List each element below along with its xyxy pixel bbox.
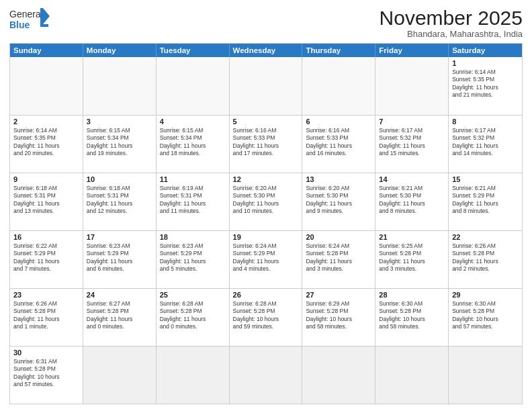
day-cell-19: 19Sunrise: 6:24 AM Sunset: 5:29 PM Dayli… bbox=[230, 231, 303, 288]
day-number: 6 bbox=[306, 118, 371, 126]
day-cell-3: 3Sunrise: 6:15 AM Sunset: 5:34 PM Daylig… bbox=[83, 116, 157, 173]
empty-cell bbox=[230, 57, 303, 115]
day-cell-2: 2Sunrise: 6:14 AM Sunset: 5:35 PM Daylig… bbox=[10, 116, 83, 173]
day-number: 29 bbox=[452, 291, 519, 299]
day-info: Sunrise: 6:14 AM Sunset: 5:35 PM Dayligh… bbox=[13, 127, 79, 158]
day-number: 12 bbox=[233, 175, 299, 183]
page-header: General Blue November 2025 Bhandara, Mah… bbox=[9, 7, 523, 39]
day-info: Sunrise: 6:18 AM Sunset: 5:31 PM Dayligh… bbox=[87, 185, 152, 216]
day-cell-20: 20Sunrise: 6:24 AM Sunset: 5:28 PM Dayli… bbox=[302, 231, 375, 288]
day-info: Sunrise: 6:26 AM Sunset: 5:28 PM Dayligh… bbox=[13, 300, 79, 331]
day-info: Sunrise: 6:19 AM Sunset: 5:31 PM Dayligh… bbox=[160, 185, 226, 216]
header-day-friday: Friday bbox=[375, 44, 449, 57]
empty-cell bbox=[83, 57, 157, 115]
day-number: 13 bbox=[306, 175, 371, 183]
day-info: Sunrise: 6:30 AM Sunset: 5:28 PM Dayligh… bbox=[452, 300, 519, 331]
day-number: 16 bbox=[13, 233, 79, 241]
day-info: Sunrise: 6:18 AM Sunset: 5:31 PM Dayligh… bbox=[13, 185, 79, 216]
day-info: Sunrise: 6:24 AM Sunset: 5:29 PM Dayligh… bbox=[233, 242, 299, 273]
day-cell-18: 18Sunrise: 6:23 AM Sunset: 5:29 PM Dayli… bbox=[157, 231, 230, 288]
day-cell-13: 13Sunrise: 6:20 AM Sunset: 5:30 PM Dayli… bbox=[302, 173, 375, 230]
day-info: Sunrise: 6:23 AM Sunset: 5:29 PM Dayligh… bbox=[87, 242, 152, 273]
day-cell-26: 26Sunrise: 6:28 AM Sunset: 5:28 PM Dayli… bbox=[230, 289, 303, 346]
day-cell-21: 21Sunrise: 6:25 AM Sunset: 5:28 PM Dayli… bbox=[375, 231, 449, 288]
day-cell-15: 15Sunrise: 6:21 AM Sunset: 5:29 PM Dayli… bbox=[449, 173, 522, 230]
calendar-body: 1Sunrise: 6:14 AM Sunset: 5:35 PM Daylig… bbox=[10, 57, 522, 404]
day-info: Sunrise: 6:16 AM Sunset: 5:33 PM Dayligh… bbox=[233, 127, 299, 158]
day-cell-7: 7Sunrise: 6:17 AM Sunset: 5:32 PM Daylig… bbox=[375, 116, 449, 173]
location: Bhandara, Maharashtra, India bbox=[380, 29, 523, 39]
calendar: SundayMondayTuesdayWednesdayThursdayFrid… bbox=[9, 43, 523, 404]
day-info: Sunrise: 6:15 AM Sunset: 5:34 PM Dayligh… bbox=[160, 127, 226, 158]
empty-cell bbox=[230, 347, 303, 404]
day-info: Sunrise: 6:27 AM Sunset: 5:28 PM Dayligh… bbox=[87, 300, 152, 331]
empty-cell bbox=[449, 347, 522, 404]
day-info: Sunrise: 6:21 AM Sunset: 5:29 PM Dayligh… bbox=[452, 185, 519, 216]
day-number: 10 bbox=[87, 175, 152, 183]
title-block: November 2025 Bhandara, Maharashtra, Ind… bbox=[380, 7, 523, 39]
day-cell-4: 4Sunrise: 6:15 AM Sunset: 5:34 PM Daylig… bbox=[157, 116, 230, 173]
day-info: Sunrise: 6:26 AM Sunset: 5:28 PM Dayligh… bbox=[452, 242, 519, 273]
day-cell-1: 1Sunrise: 6:14 AM Sunset: 5:35 PM Daylig… bbox=[449, 57, 522, 115]
day-number: 2 bbox=[13, 118, 79, 126]
day-cell-25: 25Sunrise: 6:28 AM Sunset: 5:28 PM Dayli… bbox=[157, 289, 230, 346]
day-info: Sunrise: 6:20 AM Sunset: 5:30 PM Dayligh… bbox=[233, 185, 299, 216]
day-cell-28: 28Sunrise: 6:30 AM Sunset: 5:28 PM Dayli… bbox=[375, 289, 449, 346]
day-cell-17: 17Sunrise: 6:23 AM Sunset: 5:29 PM Dayli… bbox=[83, 231, 157, 288]
day-number: 8 bbox=[452, 118, 519, 126]
day-cell-27: 27Sunrise: 6:29 AM Sunset: 5:28 PM Dayli… bbox=[302, 289, 375, 346]
day-info: Sunrise: 6:29 AM Sunset: 5:28 PM Dayligh… bbox=[306, 300, 371, 331]
week-row-4: 23Sunrise: 6:26 AM Sunset: 5:28 PM Dayli… bbox=[10, 288, 522, 346]
day-number: 9 bbox=[13, 175, 79, 183]
day-cell-29: 29Sunrise: 6:30 AM Sunset: 5:28 PM Dayli… bbox=[449, 289, 522, 346]
header-day-saturday: Saturday bbox=[449, 44, 522, 57]
day-number: 25 bbox=[160, 291, 226, 299]
calendar-header: SundayMondayTuesdayWednesdayThursdayFrid… bbox=[10, 44, 522, 57]
day-cell-5: 5Sunrise: 6:16 AM Sunset: 5:33 PM Daylig… bbox=[230, 116, 303, 173]
day-cell-8: 8Sunrise: 6:17 AM Sunset: 5:32 PM Daylig… bbox=[449, 116, 522, 173]
day-number: 20 bbox=[306, 233, 371, 241]
day-cell-11: 11Sunrise: 6:19 AM Sunset: 5:31 PM Dayli… bbox=[157, 173, 230, 230]
day-number: 1 bbox=[452, 59, 519, 67]
day-info: Sunrise: 6:16 AM Sunset: 5:33 PM Dayligh… bbox=[306, 127, 371, 158]
empty-cell bbox=[83, 347, 157, 404]
day-cell-24: 24Sunrise: 6:27 AM Sunset: 5:28 PM Dayli… bbox=[83, 289, 157, 346]
header-day-wednesday: Wednesday bbox=[230, 44, 303, 57]
empty-cell bbox=[302, 57, 375, 115]
header-day-thursday: Thursday bbox=[302, 44, 375, 57]
day-number: 26 bbox=[233, 291, 299, 299]
day-info: Sunrise: 6:22 AM Sunset: 5:29 PM Dayligh… bbox=[13, 242, 79, 273]
day-number: 19 bbox=[233, 233, 299, 241]
day-info: Sunrise: 6:25 AM Sunset: 5:28 PM Dayligh… bbox=[379, 242, 445, 273]
day-number: 14 bbox=[379, 175, 445, 183]
header-day-tuesday: Tuesday bbox=[157, 44, 230, 57]
empty-cell bbox=[302, 347, 375, 404]
day-number: 18 bbox=[160, 233, 226, 241]
month-title: November 2025 bbox=[380, 7, 523, 29]
week-row-1: 2Sunrise: 6:14 AM Sunset: 5:35 PM Daylig… bbox=[10, 115, 522, 173]
day-cell-23: 23Sunrise: 6:26 AM Sunset: 5:28 PM Dayli… bbox=[10, 289, 83, 346]
day-number: 28 bbox=[379, 291, 445, 299]
day-info: Sunrise: 6:28 AM Sunset: 5:28 PM Dayligh… bbox=[160, 300, 226, 331]
day-info: Sunrise: 6:15 AM Sunset: 5:34 PM Dayligh… bbox=[87, 127, 152, 158]
day-cell-6: 6Sunrise: 6:16 AM Sunset: 5:33 PM Daylig… bbox=[302, 116, 375, 173]
day-number: 7 bbox=[379, 118, 445, 126]
logo: General Blue bbox=[9, 7, 50, 34]
day-number: 27 bbox=[306, 291, 371, 299]
day-info: Sunrise: 6:23 AM Sunset: 5:29 PM Dayligh… bbox=[160, 242, 226, 273]
day-cell-30: 30Sunrise: 6:31 AM Sunset: 5:28 PM Dayli… bbox=[10, 347, 83, 404]
day-info: Sunrise: 6:17 AM Sunset: 5:32 PM Dayligh… bbox=[452, 127, 519, 158]
day-info: Sunrise: 6:28 AM Sunset: 5:28 PM Dayligh… bbox=[233, 300, 299, 331]
day-cell-16: 16Sunrise: 6:22 AM Sunset: 5:29 PM Dayli… bbox=[10, 231, 83, 288]
day-cell-22: 22Sunrise: 6:26 AM Sunset: 5:28 PM Dayli… bbox=[449, 231, 522, 288]
empty-cell bbox=[10, 57, 83, 115]
day-number: 30 bbox=[13, 349, 79, 357]
day-number: 17 bbox=[87, 233, 152, 241]
empty-cell bbox=[375, 57, 449, 115]
day-number: 5 bbox=[233, 118, 299, 126]
day-info: Sunrise: 6:31 AM Sunset: 5:28 PM Dayligh… bbox=[13, 358, 79, 389]
day-number: 21 bbox=[379, 233, 445, 241]
empty-cell bbox=[375, 347, 449, 404]
header-day-sunday: Sunday bbox=[10, 44, 83, 57]
logo-svg: General Blue bbox=[9, 7, 50, 34]
